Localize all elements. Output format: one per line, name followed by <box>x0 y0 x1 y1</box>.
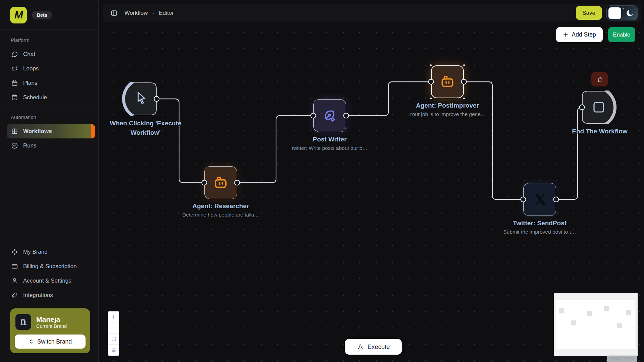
sidebar-item-label: Chat <box>23 51 35 58</box>
chat-icon <box>11 51 18 58</box>
breadcrumb-workflow[interactable]: Workflow <box>124 10 148 16</box>
selection-corner-dot <box>463 98 465 99</box>
integrations-icon <box>11 292 18 299</box>
edge-trigger-researcher <box>157 99 204 183</box>
execute-button[interactable]: Execute <box>345 339 402 355</box>
output-handle-post-writer[interactable] <box>343 113 349 119</box>
brand-name: Maneja <box>36 315 67 323</box>
building-icon <box>15 314 31 330</box>
input-handle-post-writer[interactable] <box>311 113 316 119</box>
my-brand-icon <box>11 248 18 255</box>
node-end[interactable] <box>582 90 618 124</box>
schedule-icon: 1 <box>11 94 18 101</box>
edge-researcher-postwriter <box>237 116 313 183</box>
minimap[interactable]: React Flow <box>554 293 638 356</box>
output-handle-twitter[interactable] <box>553 197 559 202</box>
input-handle-researcher[interactable] <box>202 180 207 186</box>
current-brand-card: Maneja Current Brand Switch Brand <box>10 308 90 353</box>
edge-twitter-end <box>556 107 583 199</box>
sidebar-item-workflows[interactable]: Workflows <box>7 124 95 138</box>
add-step-label: Add Step <box>572 31 596 38</box>
account-icon <box>11 277 18 284</box>
pen-nib-icon <box>322 108 338 124</box>
theme-toggle[interactable] <box>606 5 638 20</box>
main-area: When Clicking 'Execute Workflow' Agent: … <box>99 0 644 362</box>
node-trigger[interactable] <box>121 82 157 116</box>
node-post-writer[interactable] <box>313 99 346 132</box>
switch-brand-button[interactable]: Switch Brand <box>15 335 86 349</box>
output-handle-researcher[interactable] <box>234 180 240 186</box>
workflow-canvas[interactable]: When Clicking 'Execute Workflow' Agent: … <box>99 0 644 362</box>
utility-nav: My Brand Billing & Subscription Account … <box>0 245 98 305</box>
sidebar-item-integrations[interactable]: Integrations <box>7 288 95 302</box>
logo-row: M Beta <box>0 0 98 29</box>
platform-nav: Chat Loops Plans <box>0 47 98 107</box>
canvas-actions: Add Step Enable <box>556 27 635 42</box>
sidebar-item-my-brand[interactable]: My Brand <box>7 245 95 259</box>
lock-open-icon <box>111 348 116 353</box>
sidebar-item-label: Runs <box>23 142 37 149</box>
input-handle-twitter[interactable] <box>521 197 526 202</box>
minimap-node <box>604 306 609 311</box>
topbar: Workflow › Editor Save <box>103 4 641 22</box>
selection-corner-dot <box>430 98 432 99</box>
sidebar-item-schedule[interactable]: 1 Schedule <box>7 90 95 105</box>
node-twitter-sendpost[interactable] <box>523 183 556 216</box>
sidebar-item-label: Schedule <box>23 94 47 101</box>
sidebar-item-loops[interactable]: Loops <box>7 61 95 76</box>
sidebar-item-billing[interactable]: Billing & Subscription <box>7 259 95 274</box>
plus-icon <box>111 314 116 320</box>
loops-icon <box>11 65 18 72</box>
switch-brand-label: Switch Brand <box>37 338 72 345</box>
sidebar-item-plans[interactable]: Plans <box>7 76 95 90</box>
minimap-node <box>559 308 564 313</box>
minimap-node <box>626 310 631 315</box>
sidebar: M Beta Platform Chat Loops <box>0 0 99 362</box>
brand-current-label: Current Brand <box>36 323 67 329</box>
x-logo-icon <box>531 191 548 208</box>
plans-icon <box>11 79 18 86</box>
star-icon <box>626 17 626 17</box>
edge-postimprover-twitter <box>464 82 523 199</box>
minimap-viewport <box>556 300 635 349</box>
billing-icon <box>11 263 18 270</box>
delete-node-button[interactable] <box>591 72 608 86</box>
chevrons-up-down-icon <box>29 339 34 344</box>
sidebar-item-label: Account & Settings <box>23 278 71 284</box>
zoom-in-button[interactable] <box>108 311 119 322</box>
plus-icon <box>563 32 569 38</box>
fit-view-button[interactable] <box>108 334 119 345</box>
sidebar-item-label: Integrations <box>23 292 53 299</box>
breadcrumb: Workflow › Editor <box>110 9 174 17</box>
execute-label: Execute <box>368 343 390 351</box>
trash-icon <box>596 76 603 83</box>
node-agent-researcher[interactable] <box>204 166 237 199</box>
output-handle-postimprover[interactable] <box>461 79 467 85</box>
input-handle-postimprover[interactable] <box>428 79 434 85</box>
enable-button[interactable]: Enable <box>608 27 635 42</box>
input-handle-end[interactable] <box>579 105 585 110</box>
sidebar-toggle-icon[interactable] <box>110 9 118 17</box>
node-agent-postimprover[interactable] <box>431 65 464 98</box>
minimap-node <box>587 311 592 316</box>
star-icon <box>632 14 633 15</box>
section-title-platform: Platform <box>0 30 98 47</box>
sidebar-item-runs[interactable]: Runs <box>7 138 95 153</box>
sidebar-spacer <box>0 155 98 245</box>
sidebar-item-chat[interactable]: Chat <box>7 47 95 61</box>
lock-button[interactable] <box>108 345 119 356</box>
fit-view-icon <box>111 336 116 342</box>
output-handle-trigger[interactable] <box>154 96 160 102</box>
save-button[interactable]: Save <box>576 6 602 20</box>
beta-badge: Beta <box>32 11 52 19</box>
zoom-out-button[interactable] <box>108 322 119 334</box>
sidebar-item-label: Billing & Subscription <box>23 263 77 270</box>
flask-icon <box>357 343 364 350</box>
runs-icon <box>11 142 18 149</box>
sidebar-item-label: Workflows <box>23 128 52 135</box>
sidebar-item-account[interactable]: Account & Settings <box>7 274 95 288</box>
add-step-button[interactable]: Add Step <box>556 27 603 42</box>
app-logo[interactable]: M <box>10 7 27 23</box>
zoom-controls <box>108 311 119 356</box>
minimap-node <box>617 323 622 328</box>
